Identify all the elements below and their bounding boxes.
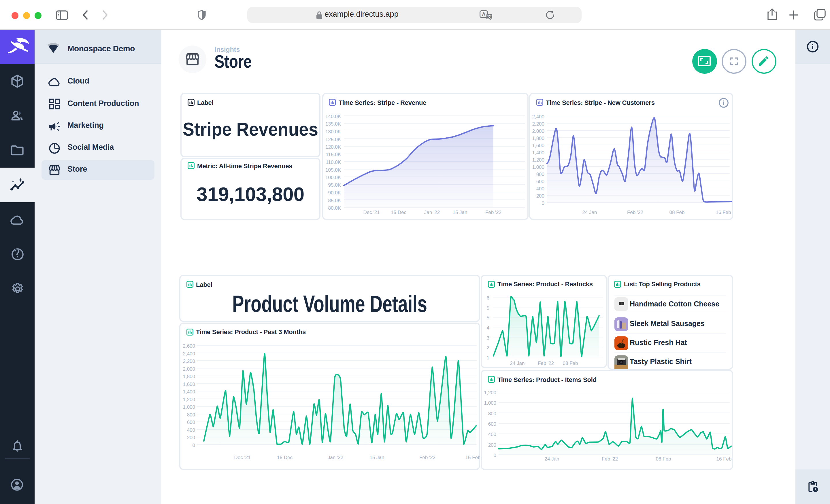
svg-text:Feb '22: Feb '22 <box>602 456 618 462</box>
svg-text:24 Jan: 24 Jan <box>510 360 524 366</box>
svg-text:115.0K: 115.0K <box>325 152 341 157</box>
svg-text:0: 0 <box>542 200 544 206</box>
svg-text:200: 200 <box>488 442 496 448</box>
svg-text:2,200: 2,200 <box>532 121 544 127</box>
svg-text:800: 800 <box>488 411 496 416</box>
svg-text:1,400: 1,400 <box>183 389 195 394</box>
svg-text:2,400: 2,400 <box>532 114 544 120</box>
svg-text:2: 2 <box>487 345 489 350</box>
svg-text:125.0K: 125.0K <box>325 137 341 142</box>
svg-text:600: 600 <box>187 419 195 425</box>
svg-text:Feb '22: Feb '22 <box>485 210 501 215</box>
svg-text:2,600: 2,600 <box>183 343 195 348</box>
svg-text:文: 文 <box>487 14 492 19</box>
svg-text:15 Feb: 15 Feb <box>466 455 480 460</box>
svg-text:1,800: 1,800 <box>532 136 544 141</box>
svg-text:2,400: 2,400 <box>183 351 195 356</box>
svg-text:Dec '21: Dec '21 <box>363 210 379 215</box>
svg-text:Feb '22: Feb '22 <box>627 210 643 215</box>
svg-text:15 Dec: 15 Dec <box>277 455 292 460</box>
svg-text:85.0K: 85.0K <box>328 198 341 203</box>
svg-text:400: 400 <box>187 427 195 433</box>
svg-text:2,200: 2,200 <box>183 358 195 364</box>
svg-text:08 Feb: 08 Feb <box>656 456 671 462</box>
svg-text:1,200: 1,200 <box>532 157 544 163</box>
svg-text:600: 600 <box>536 179 544 184</box>
svg-text:1,800: 1,800 <box>183 373 195 379</box>
svg-text:Feb '22: Feb '22 <box>419 455 436 460</box>
svg-text:110.0K: 110.0K <box>325 160 341 165</box>
svg-text:2,000: 2,000 <box>532 129 544 134</box>
svg-text:Jan '22: Jan '22 <box>328 455 343 460</box>
svg-text:15 Jan: 15 Jan <box>452 210 467 215</box>
svg-text:16 Feb: 16 Feb <box>716 456 732 462</box>
svg-text:1,200: 1,200 <box>183 397 195 402</box>
svg-text:A: A <box>482 11 486 17</box>
svg-text:24 Jan: 24 Jan <box>582 210 597 215</box>
svg-text:2,000: 2,000 <box>183 366 195 372</box>
svg-text:0: 0 <box>494 453 496 458</box>
svg-text:400: 400 <box>488 432 496 437</box>
svg-text:1,000: 1,000 <box>484 400 496 406</box>
svg-text:1,000: 1,000 <box>532 164 544 170</box>
svg-text:120.0K: 120.0K <box>325 144 341 150</box>
svg-text:800: 800 <box>187 412 195 417</box>
svg-text:3: 3 <box>487 335 489 340</box>
svg-text:200: 200 <box>187 435 195 440</box>
svg-text:90.0K: 90.0K <box>328 190 341 196</box>
svg-text:1: 1 <box>487 355 489 360</box>
svg-text:5: 5 <box>487 315 489 320</box>
svg-text:1,600: 1,600 <box>183 381 195 387</box>
svg-text:4: 4 <box>487 325 489 330</box>
svg-text:800: 800 <box>536 172 544 177</box>
svg-text:16 Feb: 16 Feb <box>716 210 731 215</box>
svg-text:140.0K: 140.0K <box>325 114 341 119</box>
svg-text:95.0K: 95.0K <box>328 182 341 188</box>
svg-text:08 Feb: 08 Feb <box>669 210 685 215</box>
svg-text:1,400: 1,400 <box>532 150 544 156</box>
svg-text:80.0K: 80.0K <box>328 205 341 211</box>
svg-text:Jan '22: Jan '22 <box>424 210 440 215</box>
svg-text:1,000: 1,000 <box>183 404 195 409</box>
svg-text:0: 0 <box>193 442 195 448</box>
svg-text:135.0K: 135.0K <box>325 121 341 127</box>
svg-text:1,600: 1,600 <box>532 143 544 148</box>
svg-text:1,200: 1,200 <box>484 390 496 396</box>
svg-text:400: 400 <box>536 186 544 192</box>
svg-text:24 Jan: 24 Jan <box>544 456 559 462</box>
svg-text:130.0K: 130.0K <box>325 129 341 134</box>
svg-text:5: 5 <box>487 305 489 310</box>
svg-text:600: 600 <box>488 421 496 427</box>
svg-text:15 Dec: 15 Dec <box>390 210 406 215</box>
svg-text:08 Feb: 08 Feb <box>563 360 578 366</box>
svg-text:6: 6 <box>487 295 489 300</box>
svg-text:100.0K: 100.0K <box>325 175 341 180</box>
svg-text:Dec '21: Dec '21 <box>234 455 250 460</box>
svg-text:200: 200 <box>536 193 544 199</box>
svg-text:105.0K: 105.0K <box>325 167 341 173</box>
svg-text:Feb '22: Feb '22 <box>538 360 554 366</box>
svg-text:15 Jan: 15 Jan <box>370 455 384 460</box>
